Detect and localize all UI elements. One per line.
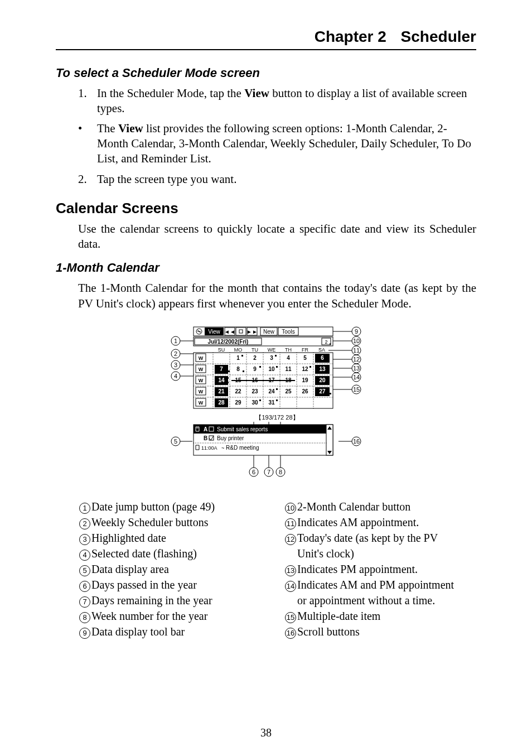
- bold-view-2: View: [118, 122, 143, 135]
- svg-text:12: 12: [353, 356, 360, 363]
- svg-text:26: 26: [302, 388, 308, 394]
- svg-text:3: 3: [270, 355, 273, 361]
- svg-text:10: 10: [268, 366, 275, 372]
- svg-text:W: W: [199, 378, 204, 383]
- step-number: 1.: [78, 86, 87, 101]
- svg-text:Tools: Tools: [282, 329, 294, 335]
- bullet-text-a: The: [97, 122, 118, 135]
- svg-text:SU: SU: [218, 347, 225, 353]
- svg-text:11: 11: [285, 366, 292, 372]
- chapter-number: Chapter 2: [315, 28, 386, 45]
- svg-rect-114: [259, 366, 261, 368]
- svg-text:7: 7: [267, 469, 270, 475]
- legend-text: Indicates PM appointment.: [297, 561, 476, 577]
- legend-text: Scroll buttons: [297, 624, 476, 639]
- svg-rect-127: [227, 382, 229, 383]
- svg-text:▸: ▸: [330, 342, 331, 345]
- legend-text: Highlighted date: [91, 530, 277, 546]
- bullet-text-b: list provides the following screen optio…: [97, 122, 471, 166]
- svg-text:9: 9: [253, 366, 257, 372]
- svg-text:19: 19: [302, 377, 308, 383]
- legend-num: 9: [79, 628, 90, 639]
- legend-text: Indicates AM and PM appointment: [297, 577, 476, 593]
- svg-text:11: 11: [353, 347, 360, 354]
- svg-text:24: 24: [268, 388, 275, 394]
- svg-rect-146: [276, 399, 278, 401]
- step-number: 2.: [78, 172, 87, 187]
- svg-text:2: 2: [253, 355, 257, 361]
- svg-rect-112: [228, 370, 230, 372]
- legend-text: Date jump button (page 49): [91, 499, 277, 514]
- legend-text: Indicates AM appointment.: [297, 514, 476, 530]
- svg-rect-126: [227, 377, 229, 379]
- calendar-svg: 1 2 3 4 5 9 10 11 12 13 14: [166, 321, 366, 483]
- legend-num: 12: [285, 534, 296, 545]
- svg-text:B: B: [204, 435, 207, 441]
- svg-text:21: 21: [218, 388, 225, 394]
- legend-text: Data display area: [91, 561, 277, 577]
- svg-text:29: 29: [235, 399, 241, 406]
- legend-num: 2: [79, 518, 90, 529]
- svg-text:23: 23: [252, 388, 258, 394]
- step-text: Tap the screen type you want.: [97, 172, 236, 186]
- svg-text:6: 6: [321, 355, 324, 361]
- svg-text:【193/172 28】: 【193/172 28】: [255, 414, 298, 421]
- legend-text: Days remaining in the year: [91, 593, 277, 608]
- svg-text:22: 22: [235, 388, 241, 394]
- legend-text: Weekly Scheduler buttons: [91, 514, 277, 530]
- svg-text:Buy printer: Buy printer: [217, 435, 244, 441]
- legend-num: 8: [79, 612, 90, 623]
- svg-text:4: 4: [287, 355, 290, 361]
- svg-text:2: 2: [174, 350, 177, 357]
- svg-text:6: 6: [252, 469, 255, 475]
- svg-rect-138: [276, 388, 278, 390]
- svg-text:MO: MO: [234, 347, 243, 353]
- svg-text:1: 1: [236, 355, 240, 361]
- legend-text-cont: or appointment without a time.: [284, 593, 476, 608]
- legend-text: Week number for the year: [91, 608, 277, 624]
- svg-text:28: 28: [218, 399, 225, 406]
- section-heading-calendar-screens: Calendar Screens: [56, 200, 476, 217]
- svg-text:13: 13: [319, 366, 326, 372]
- svg-text:4: 4: [174, 373, 177, 379]
- svg-text:TH: TH: [285, 347, 292, 353]
- legend-num: 15: [285, 612, 296, 623]
- svg-text:2: 2: [325, 339, 327, 345]
- svg-text:20: 20: [319, 377, 326, 383]
- svg-text:3: 3: [174, 362, 177, 368]
- legend-num: 6: [79, 581, 90, 592]
- svg-text:►►: ►►: [246, 329, 258, 335]
- svg-text:Jul/12/2002(Fri): Jul/12/2002(Fri): [208, 339, 249, 345]
- legend-text-cont: Unit's clock): [284, 546, 476, 561]
- svg-text:◄◄: ◄◄: [224, 329, 235, 335]
- chapter-title: Scheduler: [401, 28, 476, 45]
- legend-text: Multiple-date item: [297, 608, 476, 624]
- one-month-para: The 1-Month Calendar for the month that …: [78, 281, 476, 311]
- svg-text:25: 25: [285, 388, 292, 394]
- legend-num: 16: [285, 628, 296, 639]
- svg-text:12: 12: [302, 366, 308, 372]
- svg-rect-101: [241, 355, 243, 357]
- svg-text:7: 7: [220, 366, 223, 372]
- svg-rect-115: [276, 366, 278, 368]
- svg-rect-116: [309, 366, 311, 368]
- legend-text: Today's date (as kept by the PV: [297, 530, 476, 546]
- svg-text:R&D meeting: R&D meeting: [226, 445, 259, 451]
- legend-left-column: 1Date jump button (page 49) 2Weekly Sche…: [78, 499, 277, 639]
- legend-text: 2-Month Calendar button: [297, 499, 476, 514]
- svg-text:14: 14: [218, 377, 225, 383]
- legend-text: Data display tool bar: [91, 624, 277, 639]
- legend-num: 10: [285, 503, 296, 514]
- svg-text:~: ~: [221, 445, 224, 451]
- svg-text:W: W: [199, 367, 204, 372]
- legend-num: 4: [79, 550, 90, 561]
- step-2: 2. Tap the screen type you want.: [78, 172, 476, 187]
- legend-num: 5: [79, 565, 90, 576]
- svg-rect-139: [330, 393, 331, 394]
- svg-text:WE: WE: [268, 347, 276, 353]
- svg-text:30: 30: [252, 399, 258, 406]
- step-1: 1. In the Scheduler Mode, tap the View b…: [78, 86, 476, 117]
- legend-row: 1Date jump button (page 49) 2Weekly Sche…: [78, 499, 476, 639]
- svg-text:W: W: [199, 389, 204, 394]
- legend-num: 11: [285, 518, 296, 529]
